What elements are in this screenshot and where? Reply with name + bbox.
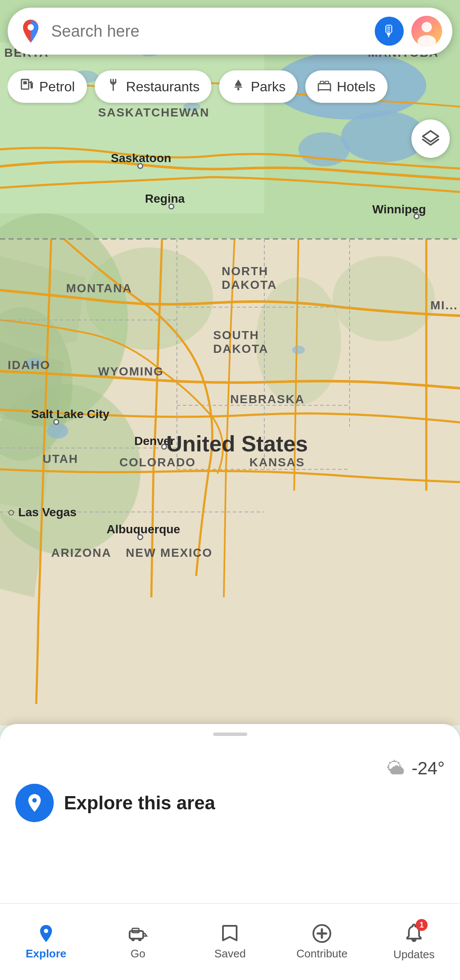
svg-point-32 <box>292 346 305 354</box>
weather-icon: 🌥 <box>387 758 405 779</box>
winnipeg-dot <box>414 213 419 219</box>
saved-nav-icon <box>220 923 240 944</box>
nav-item-explore[interactable]: Explore <box>0 916 92 967</box>
map-container[interactable] <box>0 0 460 725</box>
nav-item-updates[interactable]: 1 Updates <box>368 916 460 968</box>
parks-icon <box>231 78 246 96</box>
bottom-nav: Explore Go Saved Contribute <box>0 903 460 980</box>
google-logo <box>18 18 43 44</box>
explore-area-icon <box>15 784 54 822</box>
mic-icon: 🎙 <box>382 22 397 40</box>
drag-handle[interactable] <box>213 733 247 736</box>
svg-rect-38 <box>23 81 27 84</box>
svg-point-14 <box>256 277 341 405</box>
saved-nav-label: Saved <box>214 947 246 960</box>
explore-nav-label: Explore <box>26 947 66 960</box>
svg-point-35 <box>422 22 432 32</box>
salt-lake-city-dot <box>53 419 59 425</box>
denver-dot <box>161 444 167 450</box>
svg-point-61 <box>131 938 135 941</box>
nav-item-saved[interactable]: Saved <box>184 916 276 967</box>
layers-icon <box>421 129 440 148</box>
svg-point-30 <box>47 423 68 439</box>
restaurants-label: Restaurants <box>126 79 200 95</box>
hotels-label: Hotels <box>337 79 376 95</box>
parks-label: Parks <box>251 79 286 95</box>
contribute-nav-icon <box>312 923 332 944</box>
petrol-label: Petrol <box>39 79 75 95</box>
restaurants-icon <box>107 78 121 96</box>
nav-item-contribute[interactable]: Contribute <box>276 916 368 967</box>
mic-button[interactable]: 🎙 <box>375 17 404 46</box>
avatar[interactable] <box>411 16 442 47</box>
explore-area-label: Explore this area <box>64 792 215 814</box>
hotels-icon <box>317 78 332 96</box>
category-pills: Petrol Restaurants Parks <box>8 67 452 106</box>
explore-area-section: Explore this area <box>15 784 445 822</box>
svg-point-13 <box>85 247 213 350</box>
svg-point-15 <box>333 256 435 341</box>
nav-item-go[interactable]: Go <box>92 916 184 967</box>
layers-button[interactable] <box>411 119 450 158</box>
albuquerque-dot <box>137 534 143 540</box>
svg-point-59 <box>44 929 48 933</box>
svg-rect-46 <box>318 84 330 90</box>
svg-point-62 <box>138 938 142 941</box>
regina-dot <box>168 204 174 209</box>
badge-count: 1 <box>416 919 428 931</box>
svg-point-31 <box>26 358 42 368</box>
go-nav-label: Go <box>130 947 145 960</box>
svg-rect-37 <box>21 79 29 89</box>
svg-rect-48 <box>325 81 329 84</box>
contribute-nav-label: Contribute <box>296 947 347 960</box>
go-nav-icon <box>128 923 148 944</box>
svg-point-39 <box>30 81 32 83</box>
pill-petrol[interactable]: Petrol <box>8 70 87 103</box>
search-input[interactable] <box>51 22 367 41</box>
svg-point-33 <box>28 24 34 31</box>
updates-nav-label: Updates <box>393 948 435 961</box>
saskatoon-dot <box>137 163 143 169</box>
search-bar: 🎙 <box>8 8 452 55</box>
svg-rect-45 <box>237 88 239 90</box>
avatar-image <box>411 16 442 47</box>
pill-parks[interactable]: Parks <box>219 70 298 103</box>
temperature-row: 🌥 -24° <box>387 758 445 779</box>
notification-badge: 1 <box>404 922 424 945</box>
petrol-icon <box>20 78 34 96</box>
svg-point-58 <box>32 798 37 803</box>
temperature-value: -24° <box>412 758 445 779</box>
pill-restaurants[interactable]: Restaurants <box>95 70 212 103</box>
pill-hotels[interactable]: Hotels <box>305 70 388 103</box>
svg-rect-47 <box>320 81 324 84</box>
explore-nav-icon <box>36 923 56 944</box>
